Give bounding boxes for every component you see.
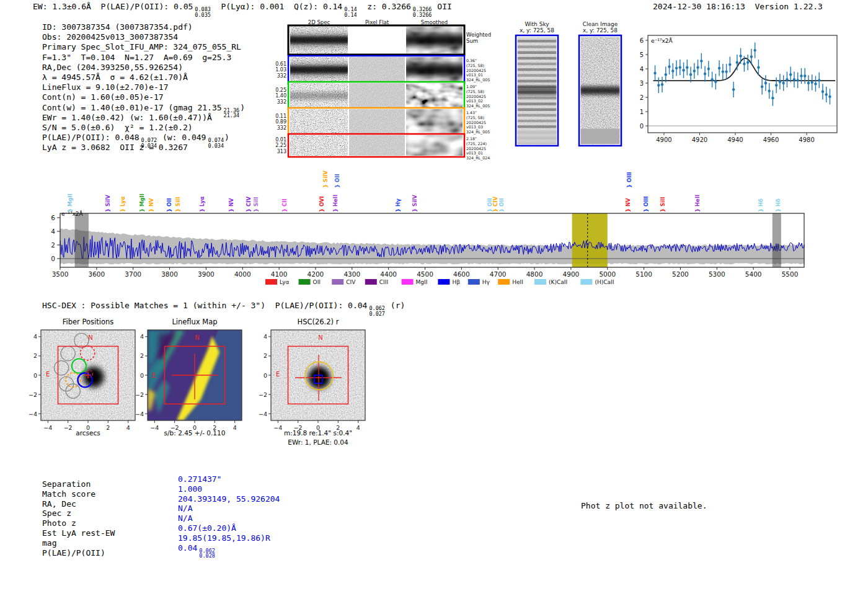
stacked-uncertainty: 21.3621.34 (224, 108, 240, 118)
match-table-label: Match score (42, 489, 115, 499)
cutout-panels: NE−4−4−2−2002244NE−4−4−2−2002244NE−4−4−2… (29, 328, 367, 431)
cutout-left-label: 0.11 (275, 113, 286, 119)
cutout-right-label: v013_01 (466, 151, 483, 156)
cutout-right-label: 2.18" (466, 136, 477, 141)
spectrum-xtick-label: 5200 (672, 270, 689, 278)
info-line: LineFlux = 9.10(±2.70)e-17 (42, 82, 245, 92)
hsc-xlabel-2: EWr: 1, PLAE: 0.04 (259, 438, 378, 446)
clean-image (579, 35, 622, 146)
cutout-left-label: 332 (277, 99, 286, 105)
line-fit-plot: 012345649004920494049604980e⁻¹⁷x2Å (640, 35, 837, 143)
legend-label: Hγ (482, 279, 490, 285)
emission-line-label: } Lyα (120, 197, 126, 212)
spectrum-xtick-label: 4900 (563, 270, 580, 278)
full-spectrum-plot: 3500360037003800390040004100420043004400… (51, 171, 804, 285)
text-segment: Cont(n) = 1.60(±0.05)e-17 (42, 92, 164, 102)
text-segment: HSC-DEX : Possible Matches = 1 (within +… (42, 301, 367, 310)
fit-ytick-label: 2 (640, 94, 644, 101)
cutout-left-label: 2.25 (275, 143, 286, 148)
legend-label: HeII (512, 279, 523, 285)
legend-label: Lyα (280, 279, 290, 285)
stacked-uncertainty: 0.32660.3266 (413, 7, 432, 17)
fit-ytick-label: 5 (640, 51, 644, 58)
cutout-right-label: 1.43" (466, 110, 477, 115)
fit-ytick-label: 1 (640, 109, 644, 115)
text-segment: LyA z = 3.0682 OII z = 0.3267 (42, 143, 188, 152)
legend-swatch (534, 279, 546, 285)
cutout-left-label: 0.89 (275, 119, 286, 125)
cutout-left-label: 1.40 (275, 93, 286, 99)
sky-panel-subtitle: x, y: 725, 58 (583, 27, 618, 33)
with-sky-image (516, 35, 559, 146)
east-label: E (46, 371, 50, 378)
cutout-cell (288, 107, 350, 136)
cutout-right-label: v013_02 (466, 99, 483, 104)
east-label: E (276, 371, 280, 378)
cutout-right-label: (725, 224) (466, 141, 487, 146)
emission-line-label: } CII (281, 198, 288, 212)
spectrum-ytick-label: 2 (51, 241, 55, 249)
match-table-value: 0.271437" (178, 474, 280, 484)
text-segment: (w: 0.049 (157, 133, 206, 142)
info-line: Primary Spec_Slot_IFU_AMP: 324_075_055_R… (42, 42, 245, 52)
fit-xtick-label: 4980 (799, 136, 814, 143)
fit-ytick-label: 6 (640, 37, 644, 44)
fiber-positions-image: NE (39, 328, 137, 422)
emission-line-label: } Hγ (395, 198, 401, 212)
emission-line-label: } OII (498, 198, 505, 212)
spectrum-xtick-label: 4300 (343, 270, 360, 278)
lineflux-map-title: Lineflux Map (148, 318, 242, 326)
cutout-right-label: Weighted (466, 32, 491, 38)
panel-ytick-label: −2 (259, 391, 267, 398)
text-segment: S/N = 5.0(±0.6) χ² = 1.2(±0.2) (42, 123, 193, 132)
panel-ytick-label: 0 (264, 372, 267, 379)
emission-line-label: } OIII (643, 196, 649, 212)
header-stats: EW: 1.3±0.6Å P(LAE)/P(OII): 0.050.0830.0… (33, 2, 452, 17)
emission-line-label: } HeII (694, 195, 701, 212)
spectrum-xtick-label: 3800 (161, 270, 178, 278)
cutout-left-label: 332 (277, 73, 286, 79)
text-segment: EWr = 1.40(±0.42) (w: 1.60(±0.47))Å (42, 113, 212, 122)
fit-xtick-label: 4960 (763, 136, 779, 143)
match-table-label: P(LAE)/P(OII) (42, 548, 115, 558)
cutout-cell (349, 27, 405, 53)
cutout-right-label: Sum (466, 38, 478, 44)
panel-ytick-label: 2 (140, 352, 144, 359)
emission-line-label: } SiIV (322, 171, 329, 188)
info-line: RA,Dec (204.393250,55.926254) (42, 63, 245, 73)
legend-swatch (580, 279, 592, 285)
lineflux-xlabel: s/b: 2.45 +/- 0.110 (141, 429, 248, 437)
cutout-cell (288, 25, 350, 55)
text-segment: ) (224, 133, 229, 142)
header-spacer (745, 2, 755, 11)
spectrum-xtick-label: 4600 (453, 270, 470, 278)
emission-line-label: } SiII (175, 197, 181, 212)
emission-line-label: } SiII (253, 197, 259, 212)
stacked-uncertainty: 0.0620.028 (199, 548, 215, 559)
match-table-label: Est LyA rest-EW (42, 528, 115, 538)
legend-label: (H)CaII (595, 279, 614, 285)
legend-label: CIV (346, 279, 356, 285)
legend-swatch (402, 279, 414, 285)
emission-line-label: } OIII (626, 172, 632, 188)
cutout-right-label: v013_03 (466, 125, 483, 130)
emission-line-label: } NV (625, 198, 631, 212)
panel-ytick-label: 0 (33, 372, 37, 379)
match-table-value: 0.040.0620.028 (178, 543, 280, 553)
fit-ytick-label: 4 (640, 66, 644, 73)
cutout-cell (288, 81, 350, 110)
spectrum-xtick-label: 4700 (490, 270, 507, 278)
spectrum-xtick-label: 5100 (636, 270, 652, 278)
legend-label: (K)CaII (549, 279, 567, 285)
emission-line-label: } Hδ (758, 198, 764, 212)
cutout-right-label: 20200425 (466, 68, 486, 73)
spectrum-ytick-label: 6 (51, 214, 55, 221)
panel-ytick-label: 2 (33, 352, 37, 359)
text-segment: LineFlux = 9.10(±2.70)e-17 (42, 82, 169, 92)
match-table-label: Separation (42, 479, 115, 489)
sky-line-mask-band (773, 213, 781, 267)
stacked-uncertainty: 0.140.14 (344, 7, 356, 17)
sky-panel-title: With Sky (525, 21, 549, 27)
emission-line-label: } OII (166, 198, 172, 212)
fit-ytick-label: 0 (640, 123, 644, 130)
